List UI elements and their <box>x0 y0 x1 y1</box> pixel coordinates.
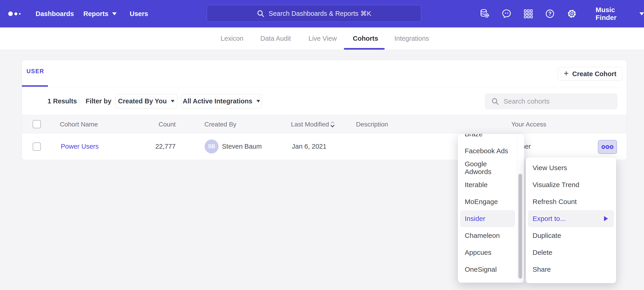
menu-item-view-users[interactable]: View Users <box>528 160 614 176</box>
data-management-icon[interactable] <box>479 8 490 19</box>
nav-reports-label: Reports <box>83 10 108 18</box>
cohort-count: 22,777 <box>137 133 176 160</box>
menu-item-export-to[interactable]: Export to... <box>528 210 614 227</box>
submenu-item-facebook-ads[interactable]: Facebook Ads <box>460 142 515 160</box>
integrations-filter-label: All Active Integrations <box>183 97 252 105</box>
app-screen: Dashboards Reports Users Search Dashboar… <box>0 0 644 290</box>
card-divider <box>22 87 627 87</box>
global-search-placeholder: Search Dashboards & Reports ⌘K <box>268 10 371 17</box>
table-row: Power Users 22,777 Steven Baum Jan 6, 20… <box>22 133 627 160</box>
col-count[interactable]: Count <box>137 115 176 133</box>
project-name: Music Finder <box>596 6 635 22</box>
chevron-down-icon <box>256 100 260 102</box>
created-by-name: Steven Baum <box>222 133 262 160</box>
cohorts-card: USER + Create Cohort 1 Results Filter by… <box>22 60 627 160</box>
nav-users[interactable]: Users <box>130 0 148 28</box>
create-cohort-label: Create Cohort <box>572 70 616 78</box>
export-to-label: Export to... <box>532 215 566 223</box>
submenu-item-moengage[interactable]: MoEngage <box>460 193 515 210</box>
nav-users-label: Users <box>130 10 148 18</box>
integrations-filter-dropdown[interactable]: All Active Integrations <box>181 94 262 108</box>
col-last-modified[interactable]: Last Modified <box>291 115 329 133</box>
submenu-item-appcues[interactable]: Appcues <box>460 244 515 261</box>
svg-text:?: ? <box>548 11 552 17</box>
submenu-item-iterable[interactable]: Iterable <box>460 176 515 193</box>
results-count: 1 Results <box>48 97 77 105</box>
create-cohort-button[interactable]: + Create Cohort <box>558 67 622 81</box>
global-search-input[interactable]: Search Dashboards & Reports ⌘K <box>207 5 421 22</box>
tab-cohorts[interactable]: Cohorts <box>353 28 378 50</box>
user-tab-underline <box>22 85 48 87</box>
plus-icon: + <box>564 69 569 78</box>
tab-lexicon[interactable]: Lexicon <box>220 28 244 50</box>
tab-live-view[interactable]: Live View <box>308 28 337 50</box>
navbar-right-controls: ? Music Finder <box>479 0 644 28</box>
project-switcher[interactable]: Music Finder <box>596 6 644 22</box>
chevron-down-icon <box>640 12 644 15</box>
search-icon <box>491 97 499 105</box>
tab-user-cohorts[interactable]: USER <box>26 68 44 75</box>
chevron-down-icon <box>112 12 117 15</box>
menu-item-share[interactable]: Share <box>528 261 614 278</box>
created-by-filter-dropdown[interactable]: Created By You <box>115 94 177 108</box>
tab-integrations[interactable]: Integrations <box>394 28 429 50</box>
select-all-checkbox[interactable] <box>33 120 41 128</box>
submenu-item-braze[interactable]: Braze <box>460 134 515 142</box>
sort-chevrons-icon[interactable] <box>330 115 335 133</box>
help-icon[interactable]: ? <box>544 8 556 19</box>
cohort-context-menu: View Users Visualize Trend Refresh Count… <box>526 157 616 283</box>
divider <box>78 95 79 107</box>
feedback-bubble-icon[interactable] <box>501 8 512 19</box>
submenu-item-insider[interactable]: Insider <box>460 210 515 227</box>
export-submenu: Braze Facebook Ads Google Adwords Iterab… <box>458 134 524 283</box>
submenu-scrollbar-thumb[interactable] <box>518 174 522 278</box>
col-description[interactable]: Description <box>356 115 388 133</box>
col-cohort-name[interactable]: Cohort Name <box>60 115 98 133</box>
filter-by-label: Filter by <box>86 97 112 105</box>
nav-dashboards[interactable]: Dashboards <box>36 0 74 28</box>
chevron-down-icon <box>171 100 174 102</box>
search-cohorts-input[interactable]: Search cohorts <box>485 93 618 109</box>
nav-dashboards-label: Dashboards <box>36 10 74 18</box>
arrow-right-icon <box>604 216 608 221</box>
col-your-access[interactable]: Your Access <box>511 115 546 133</box>
row-more-actions-button[interactable] <box>598 140 617 154</box>
apps-grid-icon[interactable] <box>523 8 534 19</box>
avatar: SB <box>204 139 218 154</box>
ellipsis-menu-icon <box>601 145 614 149</box>
created-by-filter-label: Created By You <box>118 97 167 105</box>
search-icon <box>257 10 264 17</box>
tab-data-audit[interactable]: Data Audit <box>260 28 291 50</box>
section-tabbar: Lexicon Data Audit Live View Cohorts Int… <box>0 28 644 50</box>
submenu-item-chameleon[interactable]: Chameleon <box>460 227 515 244</box>
submenu-scrollbar-track <box>517 134 518 283</box>
menu-item-visualize-trend[interactable]: Visualize Trend <box>528 176 614 193</box>
nav-reports[interactable]: Reports <box>83 0 117 28</box>
col-created-by[interactable]: Created By <box>204 115 236 133</box>
submenu-item-google-adwords[interactable]: Google Adwords <box>460 160 515 176</box>
table-header-row: Cohort Name Count Created By Last Modifi… <box>22 115 627 133</box>
search-cohorts-placeholder: Search cohorts <box>504 97 550 105</box>
active-tab-underline <box>344 48 384 50</box>
menu-item-refresh-count[interactable]: Refresh Count <box>528 193 614 210</box>
last-modified-date: Jan 6, 2021 <box>292 133 326 160</box>
menu-item-delete[interactable]: Delete <box>528 244 614 261</box>
menu-item-duplicate[interactable]: Duplicate <box>528 227 614 244</box>
top-navbar: Dashboards Reports Users Search Dashboar… <box>0 0 644 28</box>
mixpanel-dots-logo-icon[interactable] <box>8 0 20 28</box>
submenu-item-onesignal[interactable]: OneSignal <box>460 261 515 278</box>
row-checkbox[interactable] <box>33 142 41 151</box>
cohort-name-link[interactable]: Power Users <box>61 133 99 160</box>
settings-gear-icon[interactable] <box>566 8 577 19</box>
